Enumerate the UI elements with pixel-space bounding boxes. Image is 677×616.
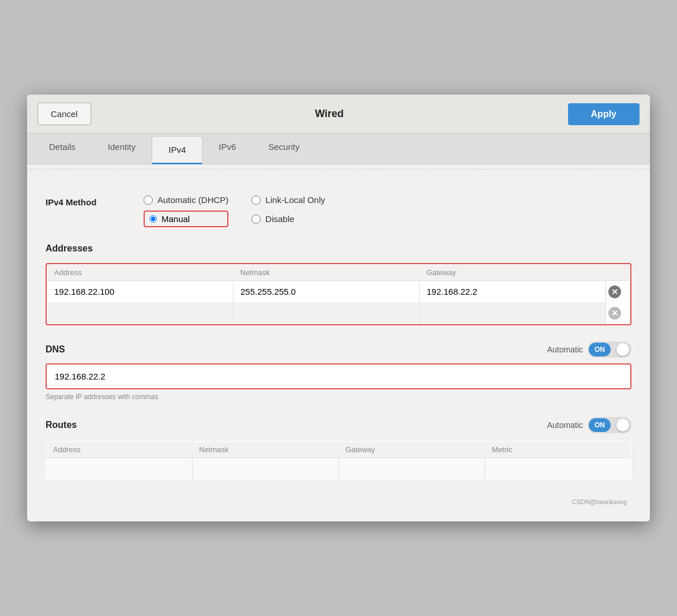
method-dhcp-label: Automatic (DHCP)	[157, 195, 228, 205]
ipv4-method-section: IPv4 Method Automatic (DHCP) Link-Local …	[46, 195, 631, 227]
netmask-input-2[interactable]	[234, 302, 419, 324]
addresses-table-highlighted: Address Netmask Gateway	[46, 263, 631, 325]
method-manual-option-highlighted[interactable]: Manual	[144, 211, 228, 227]
address-row-2: ✕	[47, 302, 630, 324]
method-disable-option[interactable]: Disable	[251, 211, 336, 227]
tab-ipv6[interactable]: IPv6	[202, 134, 252, 164]
method-options: Automatic (DHCP) Link-Local Only Manual	[144, 195, 337, 227]
tab-security[interactable]: Security	[252, 134, 315, 164]
routes-gateway-input-1[interactable]	[339, 458, 485, 479]
tab-identity[interactable]: Identity	[92, 134, 152, 164]
address-row-1: ✕	[47, 281, 630, 303]
dns-toggle[interactable]: ON	[588, 341, 631, 358]
routes-address-cell-1	[46, 458, 193, 480]
method-label: IPv4 Method	[46, 195, 144, 207]
method-manual-label: Manual	[161, 214, 190, 224]
addresses-title: Addresses	[46, 243, 631, 254]
dialog-header: Cancel Wired Apply	[27, 95, 650, 134]
routes-col-netmask: Netmask	[192, 442, 338, 458]
tabs-bar: Details Identity IPv4 IPv6 Security	[27, 134, 650, 164]
col-action	[606, 265, 630, 281]
routes-col-gateway: Gateway	[338, 442, 485, 458]
routes-auto-row: Automatic ON	[547, 417, 631, 433]
wired-dialog: Cancel Wired Apply Details Identity IPv4…	[27, 95, 650, 521]
method-link-local-option[interactable]: Link-Local Only	[251, 195, 336, 205]
apply-button[interactable]: Apply	[568, 103, 640, 125]
routes-metric-input-1[interactable]	[485, 458, 631, 479]
dns-input[interactable]	[47, 365, 630, 388]
address-input-2[interactable]	[47, 302, 233, 324]
method-row: IPv4 Method Automatic (DHCP) Link-Local …	[46, 195, 631, 227]
routes-row-1	[46, 458, 631, 480]
remove-icon-2: ✕	[608, 307, 621, 320]
remove-icon-1: ✕	[608, 286, 621, 298]
remove-cell-1: ✕	[606, 281, 630, 303]
watermark: CSDN@bear&song	[46, 496, 631, 508]
routes-netmask-input-1[interactable]	[193, 458, 338, 479]
routes-table: Address Netmask Gateway Metric	[46, 441, 631, 480]
gateway-cell-2	[420, 302, 606, 324]
address-input-1[interactable]	[47, 281, 233, 302]
dns-toggle-on-label: ON	[589, 343, 611, 356]
netmask-cell-1	[234, 281, 420, 303]
method-dhcp-radio[interactable]	[144, 196, 153, 205]
method-link-local-label: Link-Local Only	[265, 195, 325, 205]
cancel-button[interactable]: Cancel	[37, 103, 91, 125]
addresses-section: Addresses Address Netmask Gateway	[46, 243, 631, 325]
routes-col-address: Address	[46, 442, 193, 458]
remove-row-2-button[interactable]: ✕	[606, 305, 623, 322]
remove-cell-2: ✕	[606, 302, 630, 324]
routes-header: Routes Automatic ON	[46, 417, 631, 433]
routes-col-metric: Metric	[485, 442, 631, 458]
address-cell-1	[47, 281, 234, 303]
method-disable-label: Disable	[265, 214, 294, 224]
routes-automatic-label: Automatic	[547, 420, 583, 430]
gateway-input-2[interactable]	[420, 302, 605, 324]
dns-automatic-label: Automatic	[547, 345, 583, 354]
dns-input-container	[46, 363, 631, 389]
tab-ipv4[interactable]: IPv4	[152, 136, 202, 164]
dns-auto-row: Automatic ON	[547, 341, 631, 358]
routes-title: Routes	[46, 420, 77, 430]
routes-netmask-cell-1	[192, 458, 338, 480]
dns-section: DNS Automatic ON Separate IP addresses w…	[46, 341, 631, 401]
dns-hint: Separate IP addresses with commas	[46, 393, 631, 401]
routes-section: Routes Automatic ON Address Netmask Gate…	[46, 417, 631, 480]
method-disable-radio[interactable]	[251, 215, 261, 224]
netmask-input-1[interactable]	[234, 281, 419, 302]
routes-toggle[interactable]: ON	[588, 417, 631, 433]
routes-address-input-1[interactable]	[46, 458, 192, 479]
col-address: Address	[47, 265, 234, 281]
routes-toggle-slider	[616, 419, 629, 431]
netmask-cell-2	[234, 302, 420, 324]
tab-details[interactable]: Details	[33, 134, 92, 164]
col-gateway: Gateway	[420, 265, 606, 281]
gateway-input-1[interactable]	[420, 281, 605, 302]
dialog-content: IPv4 Method Automatic (DHCP) Link-Local …	[27, 181, 650, 521]
routes-metric-cell-1	[485, 458, 631, 480]
gateway-cell-1	[420, 281, 606, 303]
method-link-local-radio[interactable]	[251, 196, 261, 205]
address-cell-2	[47, 302, 234, 324]
dns-toggle-slider	[616, 343, 629, 356]
routes-gateway-cell-1	[338, 458, 485, 480]
col-netmask: Netmask	[234, 265, 420, 281]
method-dhcp-option[interactable]: Automatic (DHCP)	[144, 195, 228, 205]
addresses-table: Address Netmask Gateway	[47, 264, 630, 324]
dns-title: DNS	[46, 344, 65, 355]
routes-toggle-on-label: ON	[589, 418, 611, 432]
dns-header: DNS Automatic ON	[46, 341, 631, 358]
dialog-title: Wired	[315, 108, 344, 120]
method-manual-radio[interactable]	[149, 215, 157, 223]
remove-row-1-button[interactable]: ✕	[606, 283, 623, 301]
